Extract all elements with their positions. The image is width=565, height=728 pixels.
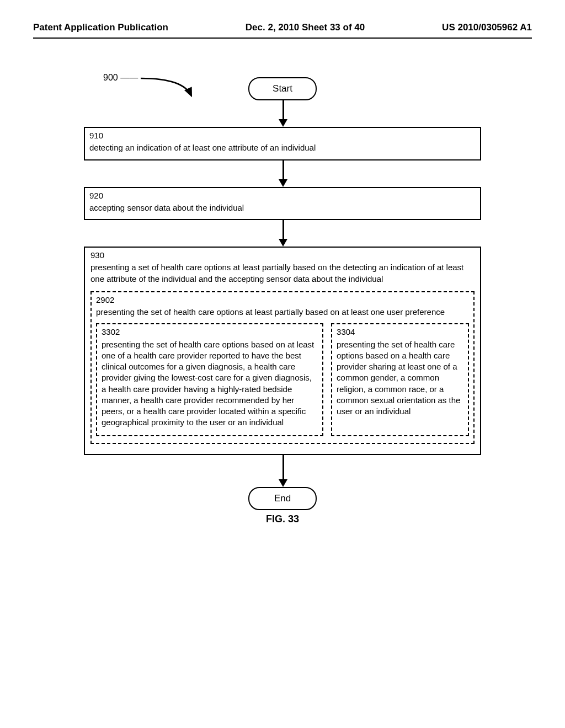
- box-910-num: 910: [89, 130, 476, 141]
- ref-900: 900 ——: [103, 73, 214, 95]
- header-right: US 2010/0305962 A1: [442, 22, 532, 33]
- ref-900-arrow-icon: [103, 73, 214, 98]
- page-header: Patent Application Publication Dec. 2, 2…: [33, 22, 532, 33]
- box-930: 930 presenting a set of health care opti…: [84, 247, 481, 455]
- box-2902-text: presenting the set of health care option…: [96, 307, 445, 317]
- box-3302-num: 3302: [102, 326, 318, 338]
- box-930-text: presenting a set of health care options …: [90, 263, 463, 283]
- box-2902: 2902 presenting the set of health care o…: [90, 291, 475, 444]
- box-3302-text: presenting the set of health care option…: [102, 340, 314, 427]
- box-2902-num: 2902: [96, 295, 469, 306]
- inner-row: 3302 presenting the set of health care o…: [96, 323, 469, 436]
- start-terminal: Start: [248, 77, 317, 100]
- flowchart: 900 —— Start 910 detecting an indication…: [84, 77, 481, 525]
- page-root: Patent Application Publication Dec. 2, 2…: [0, 0, 565, 728]
- header-rule: [33, 38, 532, 39]
- box-920: 920 accepting sensor data about the indi…: [84, 187, 481, 221]
- header-center: Dec. 2, 2010 Sheet 33 of 40: [246, 22, 365, 33]
- box-920-num: 920: [89, 190, 476, 201]
- figure-label: FIG. 33: [84, 513, 481, 525]
- box-3304: 3304 presenting the set of health care o…: [331, 323, 469, 436]
- box-930-num: 930: [90, 250, 475, 261]
- box-920-text: accepting sensor data about the individu…: [89, 203, 244, 212]
- box-910: 910 detecting an indication of at least …: [84, 127, 481, 160]
- box-3304-text: presenting the set of health care option…: [337, 340, 460, 416]
- box-3302: 3302 presenting the set of health care o…: [96, 323, 323, 436]
- box-3304-num: 3304: [337, 326, 463, 338]
- box-910-text: detecting an indication of at least one …: [89, 143, 316, 152]
- end-terminal: End: [248, 487, 317, 510]
- header-left: Patent Application Publication: [33, 22, 168, 33]
